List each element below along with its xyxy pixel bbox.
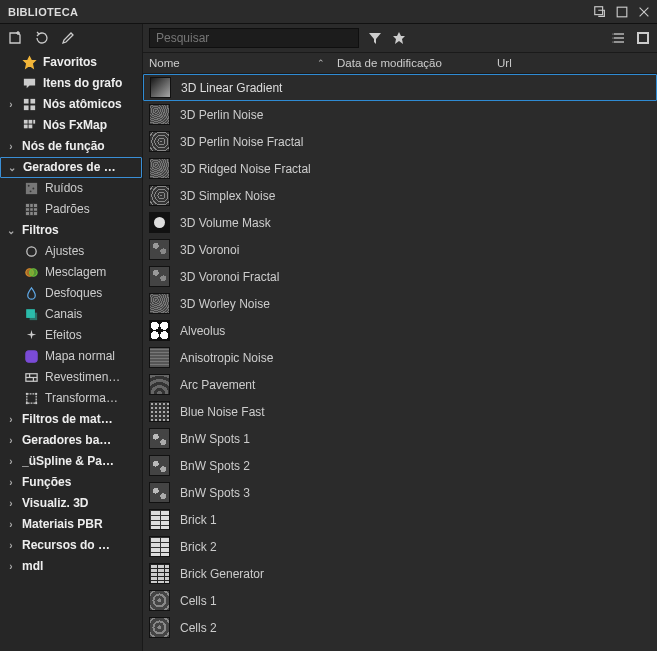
search-input[interactable] bbox=[149, 28, 359, 48]
tile-icon bbox=[24, 370, 39, 385]
sort-caret-icon: ⌃ bbox=[317, 58, 325, 68]
expand-arrow-icon[interactable]: ⌄ bbox=[6, 223, 16, 238]
asset-thumbnail bbox=[149, 320, 170, 341]
tree-item-normal-map[interactable]: Mapa normal bbox=[0, 346, 142, 367]
tree-item-favorites[interactable]: Favoritos bbox=[0, 52, 142, 73]
asset-thumbnail bbox=[149, 536, 170, 557]
tree-item-blurs[interactable]: Desfoques bbox=[0, 283, 142, 304]
tree-item-visualize-3d[interactable]: ›Visualiz. 3D bbox=[0, 493, 142, 514]
column-headers[interactable]: Nome⌃ Data de modificação Url bbox=[143, 52, 657, 74]
tree-item-atomic-nodes[interactable]: ›Nós atômicos bbox=[0, 94, 142, 115]
close-icon[interactable] bbox=[637, 5, 651, 19]
asset-list[interactable]: 3D Linear Gradient3D Perlin Noise3D Perl… bbox=[143, 74, 657, 651]
asset-row[interactable]: Anisotropic Noise bbox=[143, 344, 657, 371]
tree-item-noises[interactable]: Ruídos bbox=[0, 178, 142, 199]
svg-point-27 bbox=[30, 269, 38, 277]
popout-icon[interactable] bbox=[593, 5, 607, 19]
svg-rect-29 bbox=[30, 313, 38, 321]
asset-row[interactable]: 3D Volume Mask bbox=[143, 209, 657, 236]
asset-name: Arc Pavement bbox=[180, 378, 255, 392]
asset-row[interactable]: BnW Spots 3 bbox=[143, 479, 657, 506]
titlebar: BIBLIOTECA bbox=[0, 0, 657, 24]
edit-icon[interactable] bbox=[60, 30, 76, 46]
asset-row[interactable]: BnW Spots 2 bbox=[143, 452, 657, 479]
asset-row[interactable]: Cells 2 bbox=[143, 614, 657, 641]
asset-thumbnail bbox=[149, 158, 170, 179]
expand-arrow-icon[interactable]: › bbox=[6, 454, 16, 469]
expand-arrow-icon[interactable]: › bbox=[6, 475, 16, 490]
tree-item-label: Itens do grafo bbox=[43, 76, 122, 91]
asset-thumbnail bbox=[149, 212, 170, 233]
tree-item-filters[interactable]: ⌄Filtros bbox=[0, 220, 142, 241]
asset-row[interactable]: BnW Spots 1 bbox=[143, 425, 657, 452]
new-package-icon[interactable] bbox=[8, 30, 24, 46]
svg-rect-8 bbox=[30, 99, 35, 104]
asset-row[interactable]: 3D Voronoi bbox=[143, 236, 657, 263]
asset-thumbnail bbox=[149, 509, 170, 530]
tree-item-adjustments[interactable]: Ajustes bbox=[0, 241, 142, 262]
asset-row[interactable]: 3D Simplex Noise bbox=[143, 182, 657, 209]
tree-item-function-nodes[interactable]: ›Nós de função bbox=[0, 136, 142, 157]
asset-name: Cells 2 bbox=[180, 621, 217, 635]
asset-name: 3D Perlin Noise bbox=[180, 108, 263, 122]
asset-row[interactable]: Brick Generator bbox=[143, 560, 657, 587]
asset-row[interactable]: Blue Noise Fast bbox=[143, 398, 657, 425]
favorite-filter-icon[interactable] bbox=[391, 30, 407, 46]
filter-icon[interactable] bbox=[367, 30, 383, 46]
expand-arrow-icon[interactable]: › bbox=[6, 559, 16, 574]
asset-row[interactable]: Cells 1 bbox=[143, 587, 657, 614]
category-tree[interactable]: FavoritosItens do grafo›Nós atômicosNós … bbox=[0, 52, 142, 651]
tree-item-base-generators[interactable]: ›Geradores ba… bbox=[0, 430, 142, 451]
list-view-icon[interactable] bbox=[611, 30, 627, 46]
tree-item-material-filters[interactable]: ›Filtros de mat… bbox=[0, 409, 142, 430]
column-date[interactable]: Data de modificação bbox=[337, 57, 497, 69]
expand-arrow-icon[interactable]: › bbox=[6, 517, 16, 532]
svg-rect-49 bbox=[639, 34, 647, 42]
refresh-icon[interactable] bbox=[34, 30, 50, 46]
expand-arrow-icon[interactable]: › bbox=[6, 139, 16, 154]
grid-view-icon[interactable] bbox=[635, 30, 651, 46]
tree-item-effects[interactable]: Efeitos bbox=[0, 325, 142, 346]
asset-row[interactable]: Brick 2 bbox=[143, 533, 657, 560]
tree-item-patterns[interactable]: Padrões bbox=[0, 199, 142, 220]
asset-row[interactable]: 3D Worley Noise bbox=[143, 290, 657, 317]
tree-item-resources[interactable]: ›Recursos do … bbox=[0, 535, 142, 556]
tree-item-tiling[interactable]: Revestimen… bbox=[0, 367, 142, 388]
tree-item-graph-items[interactable]: Itens do grafo bbox=[0, 73, 142, 94]
tree-item-uspline[interactable]: ›_üSpline & Pa… bbox=[0, 451, 142, 472]
asset-thumbnail bbox=[149, 590, 170, 611]
expand-arrow-icon[interactable]: ⌄ bbox=[7, 160, 17, 175]
svg-rect-7 bbox=[24, 99, 29, 104]
svg-rect-20 bbox=[26, 204, 37, 215]
tree-item-fxmap-nodes[interactable]: Nós FxMap bbox=[0, 115, 142, 136]
tree-item-pbr-materials[interactable]: ›Materiais PBR bbox=[0, 514, 142, 535]
expand-arrow-icon[interactable]: › bbox=[6, 97, 16, 112]
main-toolbar bbox=[143, 24, 657, 52]
column-name[interactable]: Nome⌃ bbox=[147, 57, 337, 69]
tree-item-blending[interactable]: Mesclagem bbox=[0, 262, 142, 283]
asset-row[interactable]: 3D Perlin Noise bbox=[143, 101, 657, 128]
tree-item-mdl[interactable]: ›mdl bbox=[0, 556, 142, 577]
maximize-icon[interactable] bbox=[615, 5, 629, 19]
asset-row[interactable]: Alveolus bbox=[143, 317, 657, 344]
asset-row[interactable]: 3D Ridged Noise Fractal bbox=[143, 155, 657, 182]
star-icon bbox=[22, 55, 37, 70]
asset-row[interactable]: 3D Perlin Noise Fractal bbox=[143, 128, 657, 155]
sidebar: FavoritosItens do grafo›Nós atômicosNós … bbox=[0, 24, 143, 651]
tree-item-label: Favoritos bbox=[43, 55, 97, 70]
svg-rect-38 bbox=[26, 402, 28, 404]
asset-row[interactable]: Arc Pavement bbox=[143, 371, 657, 398]
asset-row[interactable]: Brick 1 bbox=[143, 506, 657, 533]
tree-item-functions[interactable]: ›Funções bbox=[0, 472, 142, 493]
tree-item-generators[interactable]: ⌄Geradores de … bbox=[0, 157, 142, 178]
asset-row[interactable]: 3D Voronoi Fractal bbox=[143, 263, 657, 290]
expand-arrow-icon[interactable]: › bbox=[6, 412, 16, 427]
tree-item-channels[interactable]: Canais bbox=[0, 304, 142, 325]
column-url[interactable]: Url bbox=[497, 57, 651, 69]
asset-thumbnail bbox=[149, 428, 170, 449]
expand-arrow-icon[interactable]: › bbox=[6, 538, 16, 553]
asset-row[interactable]: 3D Linear Gradient bbox=[143, 74, 657, 101]
expand-arrow-icon[interactable]: › bbox=[6, 433, 16, 448]
tree-item-transforms[interactable]: Transforma… bbox=[0, 388, 142, 409]
expand-arrow-icon[interactable]: › bbox=[6, 496, 16, 511]
